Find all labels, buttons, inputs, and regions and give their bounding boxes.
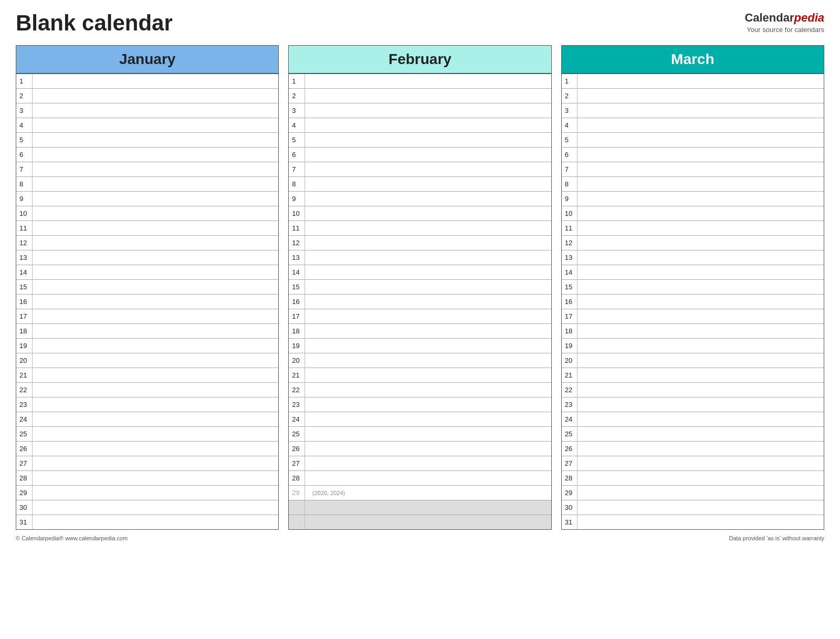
table-row: 8 xyxy=(562,176,824,191)
day-number: 22 xyxy=(16,382,32,397)
day-number: 29 xyxy=(16,485,32,500)
day-number: 19 xyxy=(562,338,578,353)
day-number: 10 xyxy=(289,206,304,221)
table-row: 13 xyxy=(289,250,551,265)
table-row xyxy=(289,500,551,515)
day-number: 2 xyxy=(289,88,304,103)
table-row: 20 xyxy=(562,353,824,368)
day-number: 19 xyxy=(289,338,304,353)
table-row: 13 xyxy=(16,250,278,265)
day-number: 11 xyxy=(562,221,578,235)
table-row: 25 xyxy=(16,426,278,441)
day-note xyxy=(32,515,278,529)
day-note xyxy=(578,206,824,221)
table-row: 24 xyxy=(289,412,551,426)
day-number: 26 xyxy=(16,441,32,456)
day-note xyxy=(32,294,278,309)
day-number: 26 xyxy=(562,441,578,456)
table-row: 9 xyxy=(16,191,278,206)
table-row: 19 xyxy=(289,338,551,353)
day-note xyxy=(304,294,551,309)
day-note xyxy=(32,323,278,338)
day-number xyxy=(289,500,304,515)
day-number: 21 xyxy=(16,368,32,382)
day-number: 14 xyxy=(562,265,578,279)
day-note xyxy=(578,132,824,147)
day-number: 27 xyxy=(289,456,304,470)
day-number: 3 xyxy=(289,103,304,118)
table-row: 2 xyxy=(289,88,551,103)
day-note xyxy=(578,397,824,412)
day-note xyxy=(304,441,551,456)
day-number: 22 xyxy=(562,382,578,397)
table-row: 19 xyxy=(16,338,278,353)
day-number: 5 xyxy=(289,132,304,147)
day-number: 31 xyxy=(16,515,32,529)
table-row: 23 xyxy=(289,397,551,412)
day-number: 19 xyxy=(16,338,32,353)
day-note xyxy=(304,103,551,118)
table-row: 29 xyxy=(16,485,278,500)
table-row: 20 xyxy=(289,353,551,368)
table-row: 26 xyxy=(562,441,824,456)
day-number: 15 xyxy=(562,279,578,294)
table-row: 21 xyxy=(289,368,551,382)
day-number: 11 xyxy=(289,221,304,235)
table-row: 3 xyxy=(289,103,551,118)
day-note xyxy=(304,250,551,265)
day-number: 13 xyxy=(562,250,578,265)
day-number: 13 xyxy=(16,250,32,265)
day-number: 24 xyxy=(289,412,304,426)
day-note xyxy=(32,338,278,353)
table-row: 11 xyxy=(289,221,551,235)
day-note xyxy=(304,206,551,221)
day-note xyxy=(304,265,551,279)
table-row: 21 xyxy=(16,368,278,382)
day-note xyxy=(304,515,551,529)
day-number: 10 xyxy=(16,206,32,221)
day-note xyxy=(304,221,551,235)
day-note xyxy=(32,147,278,162)
brand-name: Calendarpedia xyxy=(744,11,824,26)
day-note xyxy=(32,353,278,368)
day-number: 6 xyxy=(16,147,32,162)
day-number: 16 xyxy=(562,294,578,309)
february-header: February xyxy=(289,46,551,74)
table-row: 6 xyxy=(16,147,278,162)
calendar-february: February 1234567891011121314151617181920… xyxy=(288,45,551,530)
day-number: 22 xyxy=(289,382,304,397)
table-row: 27 xyxy=(562,456,824,470)
day-note xyxy=(578,412,824,426)
calendar-january: January 12345678910111213141516171819202… xyxy=(16,45,279,530)
day-note xyxy=(578,485,824,500)
table-row: 12 xyxy=(562,235,824,250)
table-row: 15 xyxy=(289,279,551,294)
day-note xyxy=(578,309,824,323)
day-note xyxy=(578,441,824,456)
day-number: 20 xyxy=(289,353,304,368)
table-row: 12 xyxy=(289,235,551,250)
day-number: 8 xyxy=(289,176,304,191)
day-note xyxy=(304,118,551,132)
table-row: 20 xyxy=(16,353,278,368)
table-row: 2 xyxy=(562,88,824,103)
table-row: 27 xyxy=(16,456,278,470)
day-number: 28 xyxy=(16,470,32,485)
january-header: January xyxy=(16,46,278,74)
table-row: 10 xyxy=(562,206,824,221)
day-number: 14 xyxy=(16,265,32,279)
day-note xyxy=(578,103,824,118)
table-row: 14 xyxy=(562,265,824,279)
day-number: 27 xyxy=(16,456,32,470)
day-note xyxy=(578,279,824,294)
day-note xyxy=(578,176,824,191)
day-note xyxy=(32,221,278,235)
day-note xyxy=(32,74,278,88)
day-number: 1 xyxy=(16,74,32,88)
table-row: 5 xyxy=(562,132,824,147)
day-note xyxy=(578,250,824,265)
day-number: 17 xyxy=(16,309,32,323)
day-note xyxy=(304,368,551,382)
day-note xyxy=(578,470,824,485)
table-row: 3 xyxy=(562,103,824,118)
